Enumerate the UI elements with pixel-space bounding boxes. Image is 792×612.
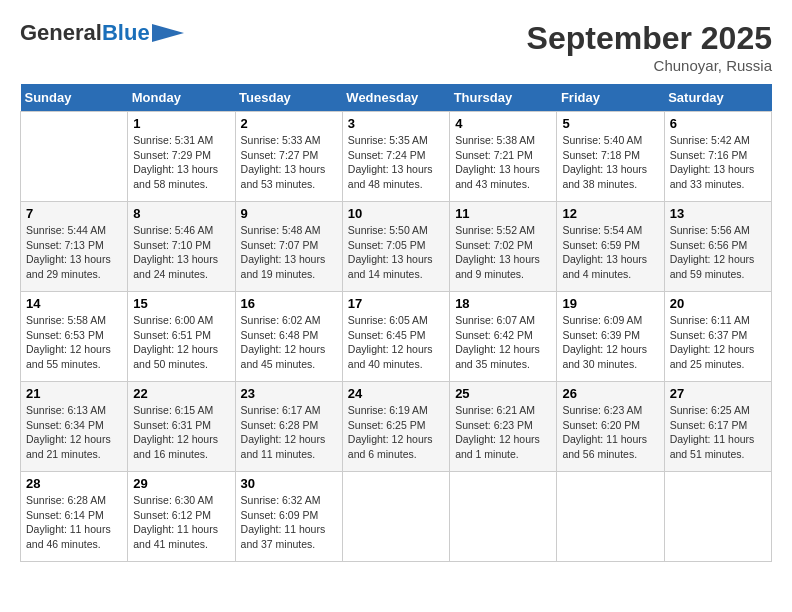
calendar-cell: 11Sunrise: 5:52 AMSunset: 7:02 PMDayligh… bbox=[450, 202, 557, 292]
day-of-week-header: Tuesday bbox=[235, 84, 342, 112]
calendar-cell bbox=[664, 472, 771, 562]
calendar-cell: 13Sunrise: 5:56 AMSunset: 6:56 PMDayligh… bbox=[664, 202, 771, 292]
day-number: 29 bbox=[133, 476, 229, 491]
day-number: 11 bbox=[455, 206, 551, 221]
day-info: Sunrise: 6:00 AMSunset: 6:51 PMDaylight:… bbox=[133, 313, 229, 372]
calendar-cell: 4Sunrise: 5:38 AMSunset: 7:21 PMDaylight… bbox=[450, 112, 557, 202]
calendar-cell bbox=[342, 472, 449, 562]
calendar-cell: 23Sunrise: 6:17 AMSunset: 6:28 PMDayligh… bbox=[235, 382, 342, 472]
day-number: 10 bbox=[348, 206, 444, 221]
day-number: 19 bbox=[562, 296, 658, 311]
calendar-cell: 28Sunrise: 6:28 AMSunset: 6:14 PMDayligh… bbox=[21, 472, 128, 562]
day-info: Sunrise: 5:38 AMSunset: 7:21 PMDaylight:… bbox=[455, 133, 551, 192]
day-number: 21 bbox=[26, 386, 122, 401]
day-info: Sunrise: 5:48 AMSunset: 7:07 PMDaylight:… bbox=[241, 223, 337, 282]
day-of-week-header: Monday bbox=[128, 84, 235, 112]
day-info: Sunrise: 6:02 AMSunset: 6:48 PMDaylight:… bbox=[241, 313, 337, 372]
logo: GeneralBlue bbox=[20, 20, 184, 46]
calendar-cell: 8Sunrise: 5:46 AMSunset: 7:10 PMDaylight… bbox=[128, 202, 235, 292]
day-of-week-header: Sunday bbox=[21, 84, 128, 112]
day-number: 3 bbox=[348, 116, 444, 131]
day-info: Sunrise: 6:32 AMSunset: 6:09 PMDaylight:… bbox=[241, 493, 337, 552]
calendar-week-row: 28Sunrise: 6:28 AMSunset: 6:14 PMDayligh… bbox=[21, 472, 772, 562]
day-number: 6 bbox=[670, 116, 766, 131]
calendar-cell bbox=[450, 472, 557, 562]
calendar-cell: 25Sunrise: 6:21 AMSunset: 6:23 PMDayligh… bbox=[450, 382, 557, 472]
day-number: 20 bbox=[670, 296, 766, 311]
day-info: Sunrise: 6:17 AMSunset: 6:28 PMDaylight:… bbox=[241, 403, 337, 462]
day-of-week-header: Saturday bbox=[664, 84, 771, 112]
day-number: 4 bbox=[455, 116, 551, 131]
day-of-week-header: Wednesday bbox=[342, 84, 449, 112]
day-info: Sunrise: 6:30 AMSunset: 6:12 PMDaylight:… bbox=[133, 493, 229, 552]
day-of-week-header: Friday bbox=[557, 84, 664, 112]
day-info: Sunrise: 5:33 AMSunset: 7:27 PMDaylight:… bbox=[241, 133, 337, 192]
month-title: September 2025 bbox=[527, 20, 772, 57]
calendar-cell: 14Sunrise: 5:58 AMSunset: 6:53 PMDayligh… bbox=[21, 292, 128, 382]
day-info: Sunrise: 6:09 AMSunset: 6:39 PMDaylight:… bbox=[562, 313, 658, 372]
day-info: Sunrise: 6:13 AMSunset: 6:34 PMDaylight:… bbox=[26, 403, 122, 462]
calendar-cell: 18Sunrise: 6:07 AMSunset: 6:42 PMDayligh… bbox=[450, 292, 557, 382]
logo-arrow-icon bbox=[152, 24, 184, 42]
calendar-cell: 30Sunrise: 6:32 AMSunset: 6:09 PMDayligh… bbox=[235, 472, 342, 562]
day-number: 17 bbox=[348, 296, 444, 311]
calendar-cell: 16Sunrise: 6:02 AMSunset: 6:48 PMDayligh… bbox=[235, 292, 342, 382]
day-info: Sunrise: 6:28 AMSunset: 6:14 PMDaylight:… bbox=[26, 493, 122, 552]
day-info: Sunrise: 5:54 AMSunset: 6:59 PMDaylight:… bbox=[562, 223, 658, 282]
calendar-cell: 21Sunrise: 6:13 AMSunset: 6:34 PMDayligh… bbox=[21, 382, 128, 472]
day-info: Sunrise: 6:11 AMSunset: 6:37 PMDaylight:… bbox=[670, 313, 766, 372]
day-number: 27 bbox=[670, 386, 766, 401]
day-info: Sunrise: 5:31 AMSunset: 7:29 PMDaylight:… bbox=[133, 133, 229, 192]
calendar-cell: 24Sunrise: 6:19 AMSunset: 6:25 PMDayligh… bbox=[342, 382, 449, 472]
day-number: 24 bbox=[348, 386, 444, 401]
day-number: 28 bbox=[26, 476, 122, 491]
day-number: 14 bbox=[26, 296, 122, 311]
day-number: 26 bbox=[562, 386, 658, 401]
day-info: Sunrise: 6:19 AMSunset: 6:25 PMDaylight:… bbox=[348, 403, 444, 462]
calendar-cell: 9Sunrise: 5:48 AMSunset: 7:07 PMDaylight… bbox=[235, 202, 342, 292]
calendar-cell bbox=[557, 472, 664, 562]
day-number: 18 bbox=[455, 296, 551, 311]
day-info: Sunrise: 6:25 AMSunset: 6:17 PMDaylight:… bbox=[670, 403, 766, 462]
day-number: 13 bbox=[670, 206, 766, 221]
calendar-cell: 19Sunrise: 6:09 AMSunset: 6:39 PMDayligh… bbox=[557, 292, 664, 382]
day-info: Sunrise: 5:42 AMSunset: 7:16 PMDaylight:… bbox=[670, 133, 766, 192]
calendar-week-row: 1Sunrise: 5:31 AMSunset: 7:29 PMDaylight… bbox=[21, 112, 772, 202]
calendar-cell: 29Sunrise: 6:30 AMSunset: 6:12 PMDayligh… bbox=[128, 472, 235, 562]
calendar-cell: 22Sunrise: 6:15 AMSunset: 6:31 PMDayligh… bbox=[128, 382, 235, 472]
calendar-cell: 5Sunrise: 5:40 AMSunset: 7:18 PMDaylight… bbox=[557, 112, 664, 202]
calendar-cell: 3Sunrise: 5:35 AMSunset: 7:24 PMDaylight… bbox=[342, 112, 449, 202]
day-number: 16 bbox=[241, 296, 337, 311]
calendar-cell: 6Sunrise: 5:42 AMSunset: 7:16 PMDaylight… bbox=[664, 112, 771, 202]
calendar-header-row: SundayMondayTuesdayWednesdayThursdayFrid… bbox=[21, 84, 772, 112]
calendar-cell bbox=[21, 112, 128, 202]
day-info: Sunrise: 5:52 AMSunset: 7:02 PMDaylight:… bbox=[455, 223, 551, 282]
calendar-table: SundayMondayTuesdayWednesdayThursdayFrid… bbox=[20, 84, 772, 562]
day-number: 9 bbox=[241, 206, 337, 221]
day-number: 15 bbox=[133, 296, 229, 311]
svg-marker-0 bbox=[152, 24, 184, 42]
calendar-cell: 27Sunrise: 6:25 AMSunset: 6:17 PMDayligh… bbox=[664, 382, 771, 472]
day-info: Sunrise: 5:50 AMSunset: 7:05 PMDaylight:… bbox=[348, 223, 444, 282]
day-of-week-header: Thursday bbox=[450, 84, 557, 112]
calendar-cell: 2Sunrise: 5:33 AMSunset: 7:27 PMDaylight… bbox=[235, 112, 342, 202]
calendar-cell: 26Sunrise: 6:23 AMSunset: 6:20 PMDayligh… bbox=[557, 382, 664, 472]
calendar-week-row: 7Sunrise: 5:44 AMSunset: 7:13 PMDaylight… bbox=[21, 202, 772, 292]
day-info: Sunrise: 5:56 AMSunset: 6:56 PMDaylight:… bbox=[670, 223, 766, 282]
title-block: September 2025 Chunoyar, Russia bbox=[527, 20, 772, 74]
day-info: Sunrise: 6:23 AMSunset: 6:20 PMDaylight:… bbox=[562, 403, 658, 462]
day-number: 30 bbox=[241, 476, 337, 491]
calendar-cell: 20Sunrise: 6:11 AMSunset: 6:37 PMDayligh… bbox=[664, 292, 771, 382]
day-info: Sunrise: 5:40 AMSunset: 7:18 PMDaylight:… bbox=[562, 133, 658, 192]
day-number: 22 bbox=[133, 386, 229, 401]
day-info: Sunrise: 6:21 AMSunset: 6:23 PMDaylight:… bbox=[455, 403, 551, 462]
day-info: Sunrise: 6:07 AMSunset: 6:42 PMDaylight:… bbox=[455, 313, 551, 372]
calendar-cell: 7Sunrise: 5:44 AMSunset: 7:13 PMDaylight… bbox=[21, 202, 128, 292]
calendar-cell: 15Sunrise: 6:00 AMSunset: 6:51 PMDayligh… bbox=[128, 292, 235, 382]
day-number: 1 bbox=[133, 116, 229, 131]
day-info: Sunrise: 5:35 AMSunset: 7:24 PMDaylight:… bbox=[348, 133, 444, 192]
location: Chunoyar, Russia bbox=[527, 57, 772, 74]
calendar-cell: 12Sunrise: 5:54 AMSunset: 6:59 PMDayligh… bbox=[557, 202, 664, 292]
calendar-week-row: 21Sunrise: 6:13 AMSunset: 6:34 PMDayligh… bbox=[21, 382, 772, 472]
day-info: Sunrise: 5:58 AMSunset: 6:53 PMDaylight:… bbox=[26, 313, 122, 372]
